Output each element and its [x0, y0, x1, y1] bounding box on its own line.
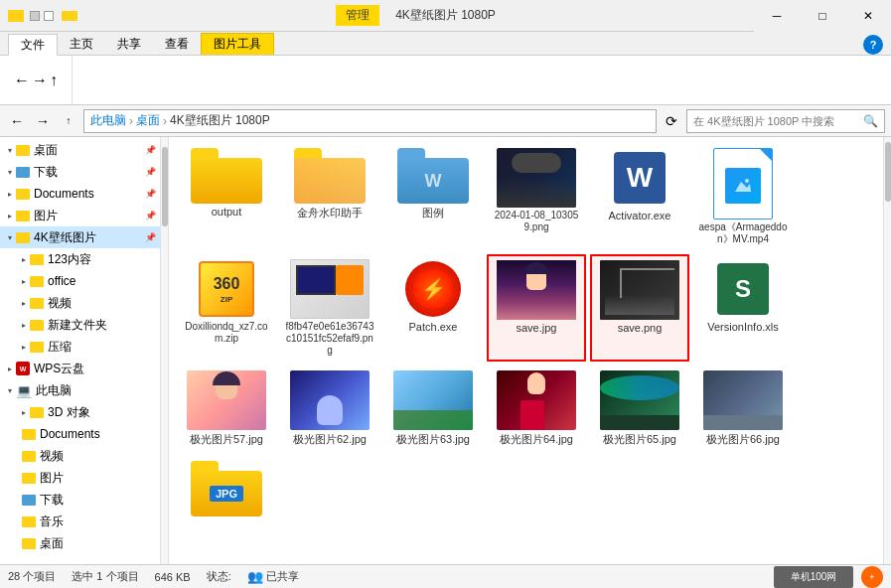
folder-icon — [30, 320, 44, 331]
file-name: Doxilliondq_xz7.com.zip — [182, 321, 271, 345]
sidebar-item-download2[interactable]: 下载 — [0, 489, 160, 511]
status-size: 646 KB — [155, 571, 191, 583]
file-item-patch[interactable]: ⚡ Patch.exe — [383, 254, 483, 362]
zip-label: 360 — [214, 275, 240, 293]
maximize-button[interactable]: □ — [800, 0, 845, 32]
sidebar-item-pictures[interactable]: ▸ 图片 📌 — [0, 205, 160, 226]
img-thumb-colorful — [703, 370, 783, 430]
back-btn[interactable]: ← — [14, 72, 30, 89]
file-item-aurora66[interactable]: 极光图片66.jpg — [693, 366, 793, 452]
close-button[interactable]: ✕ — [845, 0, 891, 32]
sidebar-item-compress[interactable]: ▸ 压缩 — [0, 336, 160, 358]
sidebar-item-desktop2[interactable]: 桌面 — [0, 532, 160, 554]
file-item-versioninfo[interactable]: S VersionInfo.xls — [693, 254, 793, 362]
folder-body — [191, 158, 262, 204]
file-name: output — [212, 206, 242, 218]
scrollbar-thumb-right[interactable] — [885, 142, 891, 202]
file-item-aurora64[interactable]: 极光图片64.jpg — [487, 366, 586, 452]
circle-icon: + — [861, 566, 883, 588]
search-input[interactable] — [693, 115, 863, 127]
sidebar-label: Documents — [40, 427, 100, 441]
file-item-f8fb[interactable]: f8fb47e0e61e36743c10151fc52efaf9.png — [280, 254, 379, 362]
sidebar-label: 视频 — [48, 295, 72, 312]
folder-icon — [22, 538, 36, 549]
sidebar-label: 图片 — [34, 208, 58, 224]
watermark-logo: 单机100网 — [774, 566, 853, 588]
file-item-aurora65[interactable]: 极光图片65.jpg — [590, 366, 689, 452]
right-scrollbar[interactable] — [883, 137, 891, 564]
file-item-aurora63[interactable]: 极光图片63.jpg — [383, 366, 483, 452]
sidebar-item-pictures2[interactable]: 图片 — [0, 467, 160, 489]
exe-thumb: ⚡ — [397, 259, 469, 319]
forward-btn[interactable]: → — [32, 72, 48, 89]
sidebar-item-4kwallpaper[interactable]: ▾ 4K壁纸图片 📌 — [0, 226, 160, 248]
status-shared: 已共享 — [266, 569, 299, 584]
file-item-output[interactable]: output — [177, 143, 276, 250]
file-item-aurora62[interactable]: 极光图片62.jpg — [280, 366, 379, 452]
scrollbar-thumb[interactable] — [162, 147, 168, 226]
tab-view[interactable]: 查看 — [153, 33, 201, 55]
sidebar-item-video2[interactable]: 视频 — [0, 445, 160, 467]
status-selected: 选中 1 个项目 — [72, 569, 138, 584]
sidebar-label: 3D 对象 — [48, 404, 90, 421]
file-item-watermark[interactable]: 金舟水印助手 — [280, 143, 379, 250]
sidebar-item-newfolder[interactable]: ▸ 新建文件夹 — [0, 314, 160, 336]
title-text-area: 管理 4K壁纸图片 1080P — [77, 5, 754, 26]
path-desktop[interactable]: 桌面 — [136, 112, 160, 129]
up-btn[interactable]: ↑ — [50, 72, 58, 89]
tab-file[interactable]: 文件 — [8, 34, 58, 56]
path-computer[interactable]: 此电脑 — [90, 112, 126, 129]
sidebar-item-documents[interactable]: ▸ Documents 📌 — [0, 183, 160, 205]
folder-icon — [30, 254, 44, 265]
sidebar-item-this-pc[interactable]: ▾ 💻 此电脑 — [0, 379, 160, 401]
sidebar-item-download1[interactable]: ▾ 下载 📌 — [0, 161, 160, 183]
search-box[interactable]: 🔍 — [686, 109, 885, 133]
jpg-badge: JPG — [210, 486, 243, 502]
file-item-jpg-folder[interactable]: JPG — [177, 456, 276, 540]
sidebar-item-video1[interactable]: ▸ 视频 — [0, 292, 160, 314]
minimize-button[interactable]: ─ — [754, 0, 800, 32]
folder-icon — [22, 516, 36, 527]
file-item-savejpg[interactable]: save.jpg — [487, 254, 586, 362]
dress — [520, 400, 544, 430]
forward-button[interactable]: → — [32, 110, 54, 132]
file-item-aurora57[interactable]: 极光图片57.jpg — [177, 366, 276, 452]
xls-icon: S — [717, 263, 769, 315]
help-button[interactable]: ? — [863, 35, 883, 55]
file-item-legend[interactable]: W 图例 — [383, 143, 483, 250]
people-icon: 👥 — [247, 569, 263, 584]
collapse-icon: ▾ — [8, 386, 12, 395]
status-right: 单机100网 + — [774, 566, 883, 588]
title-bar: 管理 4K壁纸图片 1080P ─ □ ✕ — [0, 0, 891, 32]
sidebar-scrollbar[interactable] — [161, 137, 169, 564]
sidebar-item-wps[interactable]: ▸ W WPS云盘 — [0, 358, 160, 379]
folder-icon — [30, 276, 44, 287]
path-current: 4K壁纸图片 1080P — [170, 112, 270, 129]
refresh-button[interactable]: ⟳ — [661, 110, 682, 132]
up-button[interactable]: ↑ — [58, 110, 79, 132]
file-item-zip[interactable]: 360 ZIP Doxilliondq_xz7.com.zip — [177, 254, 276, 362]
sidebar-label: 下载 — [34, 164, 58, 181]
file-item-activator[interactable]: W Activator.exe — [590, 143, 689, 250]
address-box[interactable]: 此电脑 › 桌面 › 4K壁纸图片 1080P — [83, 109, 657, 133]
sidebar-item-office[interactable]: ▸ office — [0, 270, 160, 292]
grass — [393, 410, 473, 430]
back-button[interactable]: ← — [6, 110, 28, 132]
sidebar-item-desktop1[interactable]: ▾ 桌面 📌 — [0, 139, 160, 161]
zip-thumb: 360 ZIP — [191, 259, 262, 319]
folder-body — [294, 158, 366, 204]
folder-thumb — [191, 148, 262, 204]
aurora — [600, 375, 679, 400]
file-item-savepng[interactable]: save.png — [590, 254, 689, 362]
tab-home[interactable]: 主页 — [58, 33, 105, 55]
sidebar-item-3d[interactable]: ▸ 3D 对象 — [0, 401, 160, 423]
monitor — [296, 265, 336, 295]
file-item-2024png[interactable]: 2024-01-08_103059.png — [487, 143, 586, 250]
tab-picture-tools[interactable]: 图片工具 — [201, 33, 274, 55]
file-icon — [713, 148, 773, 220]
tab-share[interactable]: 共享 — [105, 33, 153, 55]
sidebar-item-documents2[interactable]: Documents — [0, 423, 160, 445]
sidebar-item-music[interactable]: 音乐 — [0, 511, 160, 532]
sidebar-item-123content[interactable]: ▸ 123内容 — [0, 248, 160, 270]
file-item-aespa[interactable]: aespa《Armageddon》MV.mp4 — [693, 143, 793, 250]
